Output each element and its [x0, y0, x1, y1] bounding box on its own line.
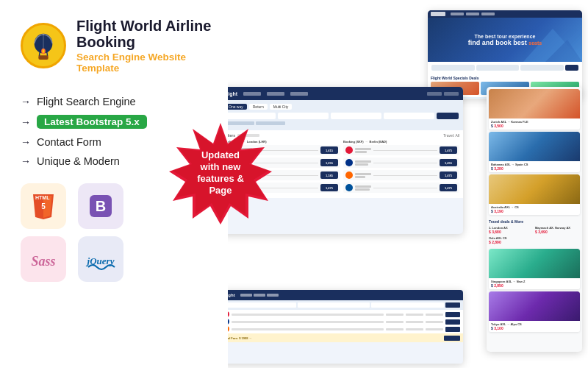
flight-row-5: 1,475: [343, 145, 459, 155]
price-badge-5: 1,475: [440, 146, 457, 154]
starburst-text: Updated with new features & Page: [190, 142, 251, 205]
dest-image-2: [489, 132, 580, 161]
main-container: Flight World Airline Booking Search Engi…: [0, 0, 588, 368]
price-badge-4: 1,475: [320, 184, 338, 191]
jquery-icon-box: jQuery: [78, 236, 123, 282]
travel-deals-section: Travel deals & More 1. London AX $ 3,680…: [487, 217, 582, 247]
total-fare-text: Total Fare: $ 1908 →: [228, 336, 252, 340]
ss-search-bar: [428, 62, 582, 74]
bot-flight-row-2: [228, 319, 460, 325]
ss-search-btn: [437, 113, 459, 119]
bootstrap-icon-box: B: [78, 183, 123, 229]
price-badge-8: 1,475: [440, 184, 457, 191]
brand-row: Flight World Airline Booking Search Engi…: [21, 18, 213, 74]
arrow-right-icon-3: →: [21, 136, 31, 148]
starburst-badge: Updated with new features & Page: [169, 121, 272, 224]
airline-badge-6: [345, 159, 353, 166]
bot-flight-row-3: [228, 326, 460, 332]
tab-return: Return: [249, 104, 268, 110]
tech-icons-grid: 5 HTML B Sass jQuery: [21, 183, 127, 282]
airline-badge-8: [345, 184, 353, 191]
svg-text:HTML: HTML: [35, 195, 50, 200]
travel-deals-title: Travel deals & More: [489, 219, 580, 224]
flight-row-7: 1,475: [343, 170, 459, 180]
brand-title: Flight World Airline Booking: [76, 18, 213, 50]
bot-price-3: [445, 327, 460, 332]
sass-icon-box: Sass: [21, 236, 66, 282]
book-now-btn[interactable]: [444, 336, 460, 341]
html5-icon-box: 5 HTML: [21, 183, 66, 229]
svg-rect-4: [38, 55, 48, 60]
ss-bottom-rows: [228, 310, 463, 333]
bot-price-2: [445, 319, 460, 325]
price-badge-2: 1,255: [320, 159, 338, 166]
dest-card-1: Zurich AXL → Karmas FLE $ 3,500: [489, 89, 580, 130]
deal-price-1: $ 3,680: [489, 230, 534, 234]
svg-text:B: B: [95, 198, 105, 214]
ss-bottom-header: flight: [228, 290, 463, 300]
brand-text: Flight World Airline Booking Search Engi…: [76, 18, 213, 74]
price-badge-1: 1,415: [320, 146, 338, 154]
ss-search-button: [565, 65, 578, 71]
feature-item-flight-search: → Flight Search Engine: [21, 96, 213, 107]
travel-all-label: Travel: All: [443, 133, 459, 138]
price-badge-6: 1,455: [440, 159, 457, 166]
ss-bottom-search-btn: [445, 302, 460, 308]
tab-multicity: Multi City: [270, 104, 293, 110]
airline-badge-5: [345, 146, 353, 154]
arrow-right-icon-2: →: [21, 116, 31, 128]
screenshot-bottom: flight: [228, 290, 463, 364]
svg-text:5: 5: [41, 202, 46, 210]
svg-point-6: [43, 49, 45, 53]
screenshot-right-panel: Zurich AXL → Karmas FLE $ 3,500 Bahamas …: [487, 87, 582, 352]
ss-logo-small: [431, 12, 445, 16]
ss-hero-title: find and book best seats: [468, 39, 542, 46]
logo-icon: [21, 23, 66, 68]
bootstrap-badge: Latest Bootstrap 5.x: [37, 115, 147, 129]
arrow-right-icon: →: [21, 96, 31, 107]
price-badge-7: 1,475: [440, 171, 457, 179]
ss-bottom-total: Total Fare: $ 1908 →: [228, 333, 463, 342]
route-to-2: Berlin (BAD): [370, 140, 387, 144]
flight-row-8: 1,475: [343, 183, 459, 193]
dest-image-1: [489, 89, 580, 118]
right-panel: The best tour experience find and book b…: [228, 0, 588, 368]
ss-mid-navbar: flight: [228, 87, 463, 100]
dest-image-3: [489, 174, 580, 204]
svg-text:Sass: Sass: [31, 254, 55, 269]
ss-search-fields: [228, 113, 459, 119]
brand-subtitle: Search Engine Website Template: [76, 52, 213, 74]
ss-hero-text: The best tour experience: [468, 34, 542, 39]
dest-card-4: Singapore AXL → New Z $ 2,850: [489, 249, 580, 289]
dest-card-5: Tokyo AXL → Alps CS $ 3,100: [489, 291, 580, 332]
dest-card-3: Australia AXL → CS $ 3,190: [489, 174, 580, 215]
ss-bottom-logo: flight: [228, 293, 235, 297]
ss-bottom-search: [228, 300, 463, 310]
deal-price-3: $ 2,890: [489, 240, 580, 244]
bot-flight-row-1: [228, 311, 460, 317]
deal-price-2: $ 3,690: [535, 230, 580, 234]
arrow-right-icon-4: →: [21, 155, 31, 167]
flight-row-6: 1,455: [343, 158, 459, 168]
airline-badge-7: [345, 171, 353, 179]
ss-deals-title: Flight World Specials Deals: [431, 76, 579, 80]
ss-mid-tabs: One way Return Multi City: [228, 104, 459, 110]
bot-price-1: [445, 312, 460, 317]
route-from-2: Booking (SXF): [343, 140, 364, 144]
tab-oneway: One way: [228, 104, 247, 110]
price-badge-3: 1,345: [320, 171, 338, 179]
ss-nav-bar: [428, 10, 582, 18]
ss-hero-area: The best tour experience find and book b…: [428, 18, 582, 62]
screenshot-hero: The best tour experience find and book b…: [428, 10, 582, 99]
dest-card-2: Bahamas AXL → Spain CS $ 3,280: [489, 132, 580, 172]
ss-mid-logo-text: flight: [228, 91, 237, 96]
